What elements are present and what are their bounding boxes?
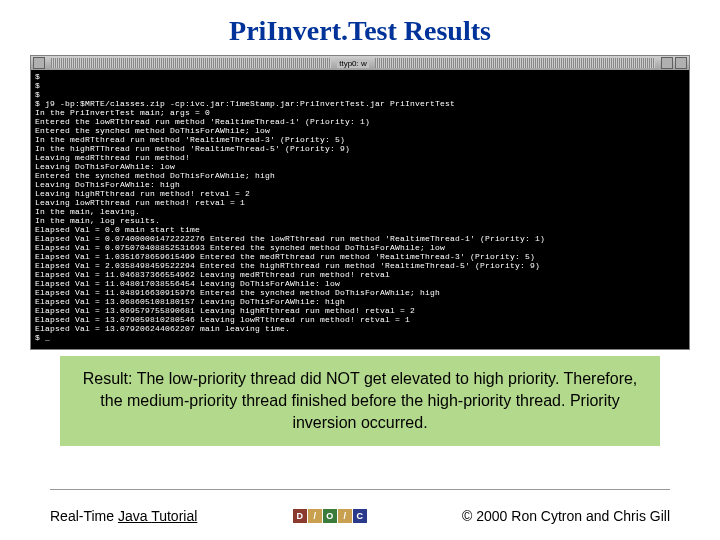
slide-title: PriInvert.Test Results (0, 0, 720, 55)
window-button-left[interactable] (33, 57, 45, 69)
footer-left: Real-Time Java Tutorial (50, 508, 197, 524)
window-button-max[interactable] (675, 57, 687, 69)
terminal-output: $ $ $ $ j9 -bp:$MRTE/classes.zip -cp:ivc… (31, 70, 689, 349)
footer-right: © 2000 Ron Cytron and Chris Gill (462, 508, 670, 524)
window-title: ttyp0: w (337, 59, 369, 68)
doc-logo: D / O / C (293, 509, 367, 523)
titlebar-texture-right (375, 58, 655, 68)
window-button-min[interactable] (661, 57, 673, 69)
footer-text-prefix: Real-Time (50, 508, 118, 524)
window-titlebar: ttyp0: w (31, 56, 689, 70)
copyright-symbol: © (462, 508, 472, 524)
slide-footer: Real-Time Java Tutorial D / O / C © 2000… (50, 508, 670, 524)
terminal-window: ttyp0: w $ $ $ $ j9 -bp:$MRTE/classes.zi… (30, 55, 690, 350)
footer-text-tutorial: Tutorial (151, 508, 197, 524)
footer-link-java[interactable]: Java (118, 508, 151, 524)
logo-letter-c: C (353, 509, 367, 523)
logo-letter-o: O (323, 509, 337, 523)
result-callout: Result: The low-priority thread did NOT … (60, 356, 660, 446)
logo-slash-2: / (338, 509, 352, 523)
footer-divider (50, 489, 670, 490)
logo-slash-1: / (308, 509, 322, 523)
logo-letter-d: D (293, 509, 307, 523)
titlebar-texture-left (51, 58, 331, 68)
footer-credits: 2000 Ron Cytron and Chris Gill (476, 508, 670, 524)
